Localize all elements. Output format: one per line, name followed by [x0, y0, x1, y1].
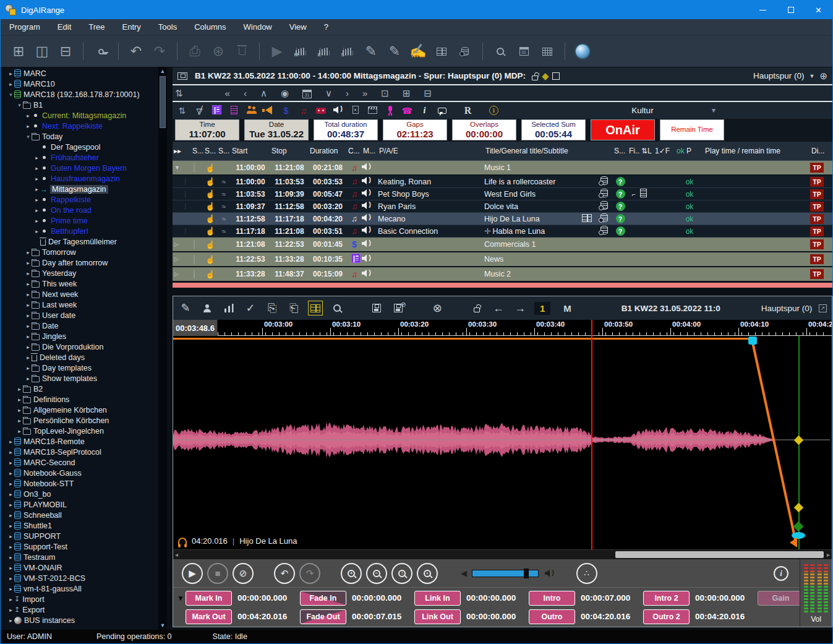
wave-e-button[interactable]: E [314, 41, 335, 62]
pencil-button[interactable]: ✎ [178, 301, 193, 316]
playlist-row[interactable]: ▷☝11:22:5311:33:2800:10:35NewsTP [173, 252, 832, 267]
tree-item-next-week[interactable]: ▸Next week [5, 289, 158, 299]
drag-hand-icon[interactable]: ☝ [203, 270, 217, 279]
expand-icon[interactable]: ▸ [7, 470, 14, 476]
microphone-filter-button[interactable] [384, 106, 396, 115]
music-note-filter-button[interactable]: ♫ [297, 106, 309, 115]
column-header[interactable]: P/A/E [378, 147, 484, 155]
wave-m-button[interactable]: M [290, 41, 311, 62]
expand-icon[interactable]: ▸ [33, 197, 40, 203]
tree-item-jingles[interactable]: ▸Jingles [5, 331, 158, 341]
skip-start-button[interactable]: « [225, 88, 230, 98]
tree-item-mittagsmagazin[interactable]: ▸→Mittagsmagazin [5, 184, 158, 194]
minimize-button[interactable] [749, 1, 777, 19]
fade-out-button[interactable]: Fade Out [300, 609, 346, 624]
scroll-left-icon[interactable]: ◂ [175, 550, 178, 560]
cancel-button[interactable]: ⊗ [430, 301, 445, 316]
column-header[interactable]: S... [217, 147, 231, 155]
expand-icon[interactable]: ▸ [7, 81, 14, 87]
split-editor-active-button[interactable] [308, 301, 323, 316]
outro-2-button[interactable]: Outro 2 [643, 609, 690, 624]
expand-icon[interactable]: ▸ [25, 344, 32, 350]
expand-icon[interactable]: ▸ [7, 533, 14, 539]
chevron-down-icon[interactable]: ▼ [810, 73, 815, 79]
sync-off-button[interactable]: ⊘ [233, 563, 254, 584]
drag-hand-icon[interactable]: ☝ [203, 255, 217, 264]
mono-mode-label[interactable]: M [563, 303, 571, 314]
expand-icon[interactable]: ▸ [25, 281, 32, 287]
tree-item-notebook-stt[interactable]: ▸Notebook-STT [5, 478, 158, 489]
expand-icon[interactable]: ▸ [16, 428, 23, 434]
insert-after-button[interactable]: ⊡ [381, 88, 389, 98]
playlist-row[interactable]: ┆☝≈11:03:5311:09:3900:05:47♫Pet Shop Boy… [173, 188, 832, 200]
prev-arrow-button[interactable]: ← [491, 301, 506, 316]
drag-hand-icon[interactable]: ☝ [203, 177, 217, 186]
menu-item-entry[interactable]: Entry [114, 19, 150, 35]
column-header[interactable]: S... [613, 147, 628, 155]
levels-button[interactable] [221, 301, 236, 316]
intro-button[interactable]: Intro [529, 591, 575, 606]
page-number[interactable]: 1 [534, 302, 550, 315]
info-button[interactable]: i [774, 566, 788, 581]
expand-icon[interactable]: ▸ [7, 481, 14, 487]
drag-hand-icon[interactable]: ☝ [203, 189, 217, 199]
tree-item-vm-st-2012-bcs[interactable]: ▸VM-ST-2012-BCS [5, 573, 158, 583]
undo-button[interactable]: ↶ [126, 41, 147, 62]
column-header[interactable]: Di... [810, 147, 829, 155]
expand-icon[interactable]: ▸ [7, 523, 14, 529]
calendar-button[interactable]: 31 [513, 41, 534, 62]
split-horizontal-button[interactable]: ⊟ [55, 41, 76, 62]
expand-icon[interactable]: ▸ [25, 113, 32, 119]
expand-icon[interactable]: ▸ [7, 596, 14, 603]
menu-item-tree[interactable]: Tree [80, 19, 113, 35]
drag-hand-icon[interactable]: ☝ [203, 202, 217, 211]
column-header[interactable]: ⇅L [640, 147, 654, 155]
split-vertical-button[interactable]: ◫ [32, 41, 53, 62]
column-header[interactable]: 1✓F [654, 147, 675, 155]
playlist-row[interactable]: ┆☝≈11:00:0011:03:5300:03:53♫Keating, Ron… [173, 176, 832, 188]
next-arrow-button[interactable]: → [513, 301, 528, 316]
expand-icon[interactable]: ▸ [7, 544, 14, 550]
expand-icon[interactable]: ▸ [25, 270, 32, 277]
tree-item-b1[interactable]: ▾B1 [5, 100, 158, 110]
tree-item-tomorrow[interactable]: ▸Tomorrow [5, 247, 158, 257]
edit-comment-button[interactable]: ✍ [408, 41, 429, 62]
split-editor-button[interactable] [431, 41, 452, 62]
tree-item-b2[interactable]: ▸B2 [5, 384, 158, 394]
insert-entry-button[interactable]: ⊟ [424, 88, 432, 98]
delete-button[interactable] [231, 41, 252, 62]
tree-item-schneeball[interactable]: ▸Schneeball [5, 510, 158, 520]
play-button[interactable]: ▶ [182, 563, 203, 584]
tree-item-vm-t-81-gaussall[interactable]: ▸vm-t-81-gaussAll [5, 583, 158, 594]
expand-icon[interactable]: ▸ [33, 207, 40, 213]
erase-button[interactable]: ∴ [576, 563, 597, 584]
db-search-button[interactable] [455, 41, 476, 62]
column-header[interactable]: ok P [675, 147, 704, 155]
expand-icon[interactable]: ▸ [16, 418, 23, 424]
tree-item-definitions[interactable]: ▸Definitions [5, 394, 158, 405]
tree-item-today[interactable]: ▾Today [5, 131, 158, 142]
outro-button[interactable]: Outro [529, 609, 575, 624]
tree-item-vm-onair[interactable]: ▸VM-ONAIR [5, 562, 158, 573]
print-button[interactable]: ⎙ [184, 41, 205, 62]
tree-scrollbar[interactable]: ▲ ▼ [158, 67, 167, 630]
expand-icon[interactable]: ▸ [25, 323, 32, 329]
drag-hand-icon[interactable]: ☝ [203, 226, 217, 236]
tree-item-marc18-remote[interactable]: ▸MARC18-Remote [5, 436, 158, 447]
tree-item-der-tagespool[interactable]: Der Tagespool [5, 142, 158, 152]
collapse-row-icon[interactable]: ▼ [173, 165, 182, 171]
zoom-in-button[interactable]: + [341, 563, 362, 584]
link-out-button[interactable]: Link Out [414, 609, 461, 624]
calendar-button[interactable]: 31 [302, 88, 312, 98]
tree-item-playmobil[interactable]: ▸PLAYMOBIL [5, 499, 158, 510]
wave-s-button[interactable]: S [337, 41, 358, 62]
tree-item-toplevel-jingelchen[interactable]: ▸TopLevel-Jingelchen [5, 426, 158, 436]
speaker-filter-button[interactable] [332, 106, 344, 115]
paste-button[interactable]: ⎗ [286, 301, 301, 316]
tree-item-marc-second[interactable]: ▸MARC-Second [5, 457, 158, 468]
tree-view-button[interactable]: ⊞ [8, 41, 29, 62]
tree-item-show-templates[interactable]: ▸Show templates [5, 373, 158, 384]
playlist-row[interactable]: ▷☝11:21:0811:22:5300:01:45$Commercials 1… [173, 238, 832, 252]
expand-icon[interactable]: ▸ [25, 312, 32, 319]
column-header[interactable]: Duration [309, 147, 347, 155]
